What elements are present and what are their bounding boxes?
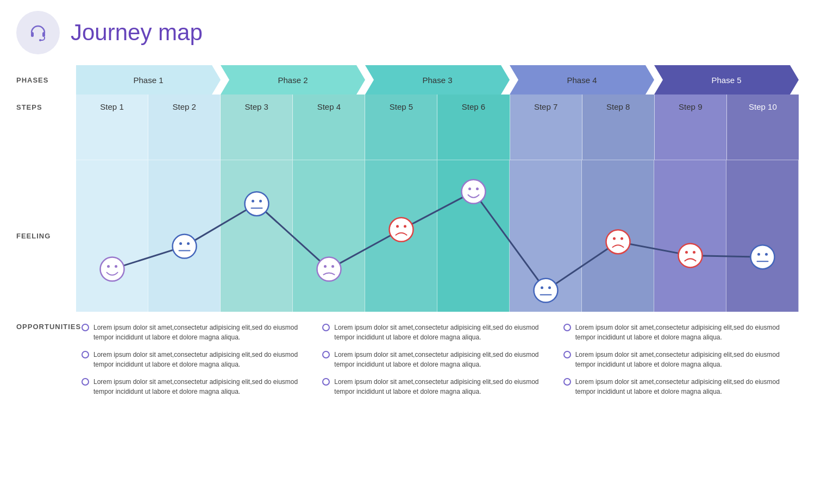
feeling-line (112, 192, 763, 291)
opp-bullet-icon (322, 378, 330, 386)
opportunity-groups: Lorem ipsum dolor sit amet,consectetur a… (76, 323, 799, 404)
step-col-9: Step 9 (655, 94, 727, 160)
svg-point-5 (107, 265, 110, 268)
step-col-3: Step 3 (221, 94, 293, 160)
svg-point-28 (606, 230, 630, 254)
opp-item: Lorem ipsum dolor sit amet,consectetur a… (322, 323, 552, 342)
svg-point-20 (404, 225, 406, 228)
phase-2-arrow: Phase 2 (221, 65, 365, 94)
header: Journey map (16, 11, 799, 54)
svg-point-22 (468, 187, 471, 190)
opp-item: Lorem ipsum dolor sit amet,consectetur a… (82, 350, 311, 369)
opp-text: Lorem ipsum dolor sit amet,consectetur a… (334, 377, 552, 396)
svg-point-16 (324, 265, 327, 268)
opp-item: Lorem ipsum dolor sit amet,consectetur a… (322, 377, 552, 396)
svg-point-24 (534, 279, 558, 303)
svg-point-33 (693, 251, 695, 254)
steps-row: STEPS Step 1 Step 2 Step 3 Step 4 Step 5… (16, 94, 799, 160)
step-col-6: Step 6 (437, 94, 510, 160)
opp-bullet-icon (322, 324, 330, 331)
opp-bullet-icon (82, 324, 89, 331)
step-col-1: Step 1 (76, 94, 148, 160)
svg-point-0 (26, 21, 50, 45)
page: Journey map PHASES Phase 1 Phase 2 Phase… (0, 0, 815, 415)
svg-point-11 (245, 192, 269, 216)
opp-text: Lorem ipsum dolor sit amet,consectetur a… (334, 323, 552, 342)
opp-bullet-icon (82, 378, 89, 386)
svg-point-8 (179, 242, 182, 245)
step-col-8: Step 8 (582, 94, 655, 160)
opp-bullet-icon (563, 378, 571, 386)
svg-point-17 (331, 265, 334, 268)
emoji-step6 (462, 180, 486, 204)
steps-row-label: STEPS (16, 94, 76, 160)
svg-point-30 (620, 237, 623, 240)
steps-cols: Step 1 Step 2 Step 3 Step 4 Step 5 Step … (76, 94, 799, 160)
opp-group-1: Lorem ipsum dolor sit amet,consectetur a… (76, 323, 317, 404)
emoji-step5 (390, 218, 413, 242)
svg-point-7 (173, 235, 197, 259)
svg-point-3 (39, 39, 41, 41)
opp-group-3: Lorem ipsum dolor sit amet,consectetur a… (558, 323, 799, 404)
svg-point-25 (541, 286, 543, 289)
step-col-7: Step 7 (510, 94, 582, 160)
opp-bullet-icon (82, 351, 89, 358)
phases-row: PHASES Phase 1 Phase 2 Phase 3 Phase 4 P… (16, 65, 799, 94)
phases-row-label: PHASES (16, 65, 76, 94)
svg-point-34 (751, 245, 775, 269)
svg-rect-1 (31, 32, 34, 37)
opportunities-section: OPPORTUNITIES Lorem ipsum dolor sit amet… (16, 323, 799, 404)
phase-4-arrow: Phase 4 (510, 65, 654, 94)
opportunities-label: OPPORTUNITIES (16, 323, 76, 404)
svg-point-13 (259, 200, 262, 203)
opp-text: Lorem ipsum dolor sit amet,consectetur a… (93, 350, 311, 369)
svg-point-31 (679, 243, 703, 267)
emoji-step4 (317, 257, 341, 281)
svg-point-19 (396, 225, 399, 228)
svg-point-26 (548, 286, 551, 289)
phase-3-arrow: Phase 3 (365, 65, 510, 94)
opp-text: Lorem ipsum dolor sit amet,consectetur a… (575, 323, 793, 342)
opp-item: Lorem ipsum dolor sit amet,consectetur a… (563, 350, 793, 369)
opp-group-2: Lorem ipsum dolor sit amet,consectetur a… (317, 323, 557, 404)
opp-text: Lorem ipsum dolor sit amet,consectetur a… (93, 377, 311, 396)
opp-item: Lorem ipsum dolor sit amet,consectetur a… (563, 377, 793, 396)
feeling-cols (76, 160, 799, 312)
feeling-section: FEELING (16, 160, 799, 312)
phase-1-arrow: Phase 1 (76, 65, 221, 94)
opp-text: Lorem ipsum dolor sit amet,consectetur a… (93, 323, 311, 342)
feeling-chart-svg (76, 160, 799, 312)
emoji-step8 (606, 230, 630, 254)
feeling-row-label: FEELING (16, 160, 76, 312)
opp-item: Lorem ipsum dolor sit amet,consectetur a… (563, 323, 793, 342)
emoji-step7 (534, 279, 558, 303)
svg-point-23 (476, 187, 479, 190)
svg-point-35 (757, 253, 760, 256)
emoji-step3 (245, 192, 269, 216)
opp-item: Lorem ipsum dolor sit amet,consectetur a… (82, 323, 311, 342)
svg-point-32 (685, 251, 688, 254)
svg-point-36 (765, 253, 768, 256)
svg-point-15 (317, 257, 341, 281)
emoji-step10 (751, 245, 775, 269)
svg-point-4 (101, 257, 124, 281)
emoji-step9 (679, 243, 703, 267)
opp-item: Lorem ipsum dolor sit amet,consectetur a… (82, 377, 311, 396)
step-col-2: Step 2 (148, 94, 221, 160)
step-col-5: Step 5 (365, 94, 437, 160)
step-col-10: Step 10 (727, 94, 799, 160)
emoji-step1 (101, 257, 124, 281)
svg-point-6 (115, 265, 117, 268)
headset-icon (26, 21, 50, 45)
opp-bullet-icon (322, 351, 330, 358)
emoji-step2 (173, 235, 197, 259)
opp-bullet-icon (563, 351, 571, 358)
opp-bullet-icon (563, 324, 571, 331)
opp-text: Lorem ipsum dolor sit amet,consectetur a… (334, 350, 552, 369)
opp-text: Lorem ipsum dolor sit amet,consectetur a… (575, 350, 793, 369)
phases-arrows: Phase 1 Phase 2 Phase 3 Phase 4 Phase 5 (76, 65, 799, 94)
phase-5-arrow: Phase 5 (654, 65, 799, 94)
header-icon-circle (16, 11, 60, 54)
opp-item: Lorem ipsum dolor sit amet,consectetur a… (322, 350, 552, 369)
svg-point-21 (462, 180, 486, 204)
